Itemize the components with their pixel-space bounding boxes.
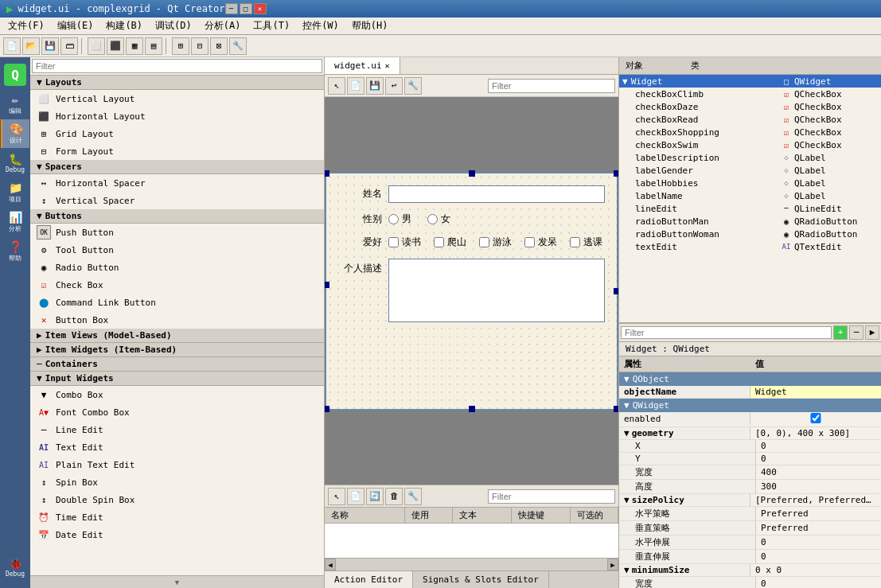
bottom-tb-refresh[interactable]: 🔄 [366, 488, 384, 505]
bottom-tb-delete[interactable]: 🗑 [385, 488, 403, 505]
section-layouts[interactable]: ▼ Layouts [30, 76, 324, 90]
tb-layout[interactable]: ⊠ [210, 37, 228, 55]
obj-row-lineedit[interactable]: lineEdit ─QLineEdit [619, 202, 881, 215]
section-item-widgets[interactable]: ▶ Item Widgets (Item-Based) [30, 343, 324, 357]
widget-text-edit[interactable]: AI Text Edit [30, 438, 324, 456]
close-tab-button[interactable]: ✕ [385, 61, 390, 70]
menu-edit[interactable]: 编辑(E) [51, 18, 100, 34]
design-activity[interactable]: 🎨 设计 [1, 119, 29, 148]
prop-value-sizepolicy[interactable]: [Preferred, Preferred… [750, 494, 881, 506]
canvas-tb-undo[interactable]: ↩ [385, 77, 403, 95]
prop-value-width[interactable]: 400 [756, 466, 881, 478]
textarea-desc[interactable] [388, 259, 605, 322]
bottom-filter-input[interactable] [488, 489, 615, 504]
tb-grid[interactable]: ⊞ [172, 37, 189, 55]
canvas-tb-wrench[interactable]: 🔧 [404, 77, 422, 95]
widget-form-layout[interactable]: ⊟ Form Layout [30, 142, 324, 160]
debug2-activity[interactable]: 🐞 Debug [1, 553, 29, 582]
hscroll-right[interactable]: ▶ [607, 559, 618, 570]
menu-widget[interactable]: 控件(W) [296, 18, 345, 34]
cb-read[interactable]: 读书 [388, 236, 421, 249]
radio-female[interactable]: 女 [427, 212, 450, 226]
widget-search-input[interactable] [32, 59, 322, 73]
analyze-activity[interactable]: 📊 分析 [1, 208, 29, 236]
tb-align-left[interactable]: ⬜ [88, 37, 105, 55]
prop-value-hpolicy[interactable]: Preferred [756, 508, 881, 520]
prop-value-vpolicy[interactable]: Preferred [756, 522, 881, 534]
tb-wrench[interactable]: 🔧 [229, 37, 247, 55]
form-widget[interactable]: 姓名 性别 男 女 [325, 172, 618, 411]
canvas-tb-save[interactable]: 💾 [366, 77, 384, 95]
radio-female-input[interactable] [427, 214, 438, 224]
prop-filter-remove[interactable]: ─ [849, 325, 863, 340]
edit-activity[interactable]: ✏️ 编辑 [1, 90, 29, 119]
cb-read-input[interactable] [388, 237, 399, 247]
prop-value-hstretch[interactable]: 0 [756, 536, 881, 548]
cb-climb[interactable]: 爬山 [434, 236, 466, 249]
cb-swim-input[interactable] [479, 237, 489, 247]
widget-vertical-spacer[interactable]: ↕ Vertical Spacer [30, 192, 324, 209]
welcome-icon[interactable]: Q [1, 60, 29, 89]
bottom-tb-save[interactable]: 📄 [347, 488, 364, 505]
canvas-area[interactable]: 姓名 性别 男 女 [325, 97, 618, 485]
minimize-button[interactable]: ─ [225, 3, 238, 14]
radio-male-input[interactable] [388, 214, 399, 224]
obj-row-checkboxread[interactable]: checkBoxRead ☑QCheckBox [619, 113, 881, 126]
radio-male[interactable]: 男 [388, 212, 411, 226]
maximize-button[interactable]: □ [240, 3, 252, 14]
tb-new[interactable]: 📄 [3, 37, 21, 55]
bottom-hscrollbar[interactable]: ◀ ▶ [325, 558, 618, 570]
widget-push-button[interactable]: OK Push Button [30, 224, 324, 241]
cb-daze[interactable]: 发呆 [524, 236, 557, 249]
widget-plain-text-edit[interactable]: AI Plain Text Edit [30, 456, 324, 473]
menu-file[interactable]: 文件(F) [2, 18, 51, 34]
projects-activity[interactable]: 📁 项目 [1, 178, 29, 207]
tb-open[interactable]: 📂 [22, 37, 40, 55]
close-button[interactable]: ✕ [254, 3, 267, 14]
cb-swim[interactable]: 游泳 [479, 236, 512, 249]
section-buttons[interactable]: ▼ Buttons [30, 209, 324, 224]
widget-double-spin-box[interactable]: ↕ Double Spin Box [30, 491, 324, 508]
menu-build[interactable]: 构建(B) [99, 18, 149, 34]
section-item-views[interactable]: ▶ Item Views (Model-Based) [30, 329, 324, 343]
widget-time-edit[interactable]: ⏰ Time Edit [30, 508, 324, 526]
enabled-checkbox[interactable] [755, 413, 876, 423]
prop-value-height[interactable]: 300 [756, 481, 881, 493]
prop-value-x[interactable]: 0 [756, 440, 881, 452]
widget-spin-box[interactable]: ↕ Spin Box [30, 473, 324, 491]
widget-tool-button[interactable]: ⚙ Tool Button [30, 241, 324, 259]
tab-action-editor[interactable]: Action Editor [325, 571, 413, 588]
widget-button-box[interactable]: ✕ Button Box [30, 311, 324, 329]
widget-radio-button[interactable]: ◉ Radio Button [30, 259, 324, 276]
menu-debug[interactable]: 调试(D) [149, 18, 198, 34]
canvas-tb-file[interactable]: 📄 [347, 77, 364, 95]
canvas-filter-input[interactable] [488, 79, 615, 93]
widget-horizontal-layout[interactable]: ⬛ Horizontal Layout [30, 107, 324, 125]
tb-align-center[interactable]: ⬛ [107, 37, 124, 55]
tb-grid2[interactable]: ⊟ [191, 37, 209, 55]
section-containers[interactable]: ─ Containers [30, 357, 324, 372]
obj-row-labelname[interactable]: labelName ◇QLabel [619, 189, 881, 202]
widget-line-edit[interactable]: ─ Line Edit [30, 421, 324, 438]
menu-tools[interactable]: 工具(T) [247, 18, 296, 34]
cb-skip-input[interactable] [570, 237, 580, 247]
section-spacers[interactable]: ▼ Spacers [30, 160, 324, 174]
obj-row-radiowoman[interactable]: radioButtonWoman ◉QRadioButton [619, 228, 881, 240]
obj-row-checkboxshopping[interactable]: checkBoxShopping ☑QCheckBox [619, 126, 881, 138]
tb-save[interactable]: 💾 [41, 37, 59, 55]
prop-value-objectname[interactable]: Widget [750, 386, 881, 398]
obj-row-labelhobbies[interactable]: labelHobbies ◇QLabel [619, 177, 881, 189]
help-activity[interactable]: ❓ 帮助 [1, 237, 29, 266]
prop-value-vstretch[interactable]: 0 [756, 551, 881, 563]
prop-value-geometry[interactable]: [0, 0), 400 x 300] [750, 427, 881, 439]
prop-value-enabled[interactable] [750, 412, 881, 426]
prop-filter-add[interactable]: + [833, 325, 848, 340]
widget-grid-layout[interactable]: ⊞ Grid Layout [30, 125, 324, 142]
cb-climb-input[interactable] [434, 237, 444, 247]
widget-horizontal-spacer[interactable]: ↔ Horizontal Spacer [30, 174, 324, 192]
obj-row-labelgender[interactable]: labelGender ◇QLabel [619, 164, 881, 177]
cb-skip[interactable]: 逃课 [570, 236, 602, 249]
cb-daze-input[interactable] [524, 237, 535, 247]
widget-combo-box[interactable]: ▼ Combo Box [30, 386, 324, 403]
obj-row-checkboxclimb[interactable]: checkBoxClimb ☑QCheckBox [619, 88, 881, 100]
